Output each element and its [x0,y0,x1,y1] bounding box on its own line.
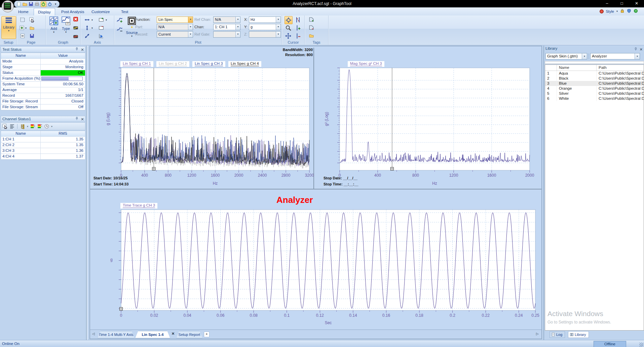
tab-post-analysis[interactable]: Post Analysis [57,8,88,15]
dropdown-z[interactable]: ▾ [249,31,281,38]
chevron-down-icon[interactable]: ▾ [25,27,27,30]
axis-auto-icon[interactable] [99,33,104,39]
tab-display[interactable]: Display [34,8,55,16]
scroll-right-icon[interactable]: ▷ [536,332,539,336]
table-row[interactable]: StatusOK [1,70,85,76]
dropdown-part[interactable]: N/A▾ [157,24,193,30]
table-row[interactable]: StageMonitoring [1,64,85,70]
library-scroll-sliver[interactable] [545,61,644,64]
cursor-add-icon[interactable] [295,25,301,31]
plot-area-lin-spec-overlay[interactable] [118,68,310,175]
table-row[interactable]: 2:CH 21.35 [1,142,85,148]
meter-limits-icon[interactable] [30,124,35,129]
pointer-icon[interactable] [29,17,35,23]
app-logo-icon[interactable] [2,0,14,12]
add-page-tab-button[interactable]: + [204,332,210,337]
chevron-down-icon[interactable]: ▾ [91,27,93,30]
panel-tab-library[interactable]: Library [568,331,589,338]
open-page-icon[interactable] [29,25,35,31]
tag-add-icon[interactable] [309,17,314,22]
pin-icon[interactable] [634,47,638,52]
save-icon[interactable] [29,2,34,7]
axis-free-icon[interactable] [84,33,90,39]
library-row[interactable]: 6WhiteC:\Users\Public\Spectral D [545,96,644,101]
chevron-down-icon[interactable]: ▾ [91,18,93,21]
align-list-icon[interactable] [9,124,15,129]
chevron-down-icon[interactable]: ▾ [276,32,280,37]
table-row[interactable]: 3:CH 31.36 [1,148,85,154]
style-selector[interactable]: Style [606,9,614,13]
remove-page-icon[interactable] [20,33,26,39]
legend-lin-spec-overlay-3[interactable]: Lin Spec g CH 4 [228,61,261,67]
table-row[interactable]: File Storage: RecordClosed [1,99,85,104]
crosshair-icon[interactable] [286,17,292,23]
table-row[interactable]: Frame Acquisition (%) [1,76,85,82]
close-page-icon[interactable]: ✕ [172,332,175,336]
table-row[interactable]: Record1667/1667 [1,93,85,99]
legend-lin-spec-overlay-2[interactable]: Lin Spec g CH 3 [192,61,225,67]
maximize-button[interactable]: □ [614,0,629,7]
band-red-icon[interactable] [73,34,78,39]
pin-icon[interactable] [75,117,79,122]
tag-remove-icon[interactable] [308,24,315,31]
cursor-remove-icon[interactable] [294,32,302,40]
magnifier-icon[interactable] [285,25,291,31]
mini-chart-add-icon[interactable] [116,16,123,23]
save-page-icon[interactable] [29,33,35,39]
cursor-remove-icon[interactable] [295,33,301,39]
open-folder-icon[interactable] [308,32,315,39]
minimize-button[interactable]: – [600,0,614,7]
dropdown-refchan[interactable]: N/A▾ [213,16,240,23]
tab-test[interactable]: Test [117,8,132,15]
legend-mag-spec-ch3-0[interactable]: Mag Spec g² CH 3 [348,61,384,67]
magnifier-icon[interactable] [285,24,292,32]
pin-icon[interactable] [75,47,79,53]
zoom-in-icon[interactable] [99,17,104,23]
library-button[interactable]: Library▾ [1,16,16,39]
library-row[interactable]: 2BlackC:\Users\Public\Spectral D [545,76,644,81]
dropdown-function[interactable]: Lin Spec▾ [157,16,193,23]
axis-auto-icon[interactable] [98,33,104,39]
mini-chart-ref-icon[interactable] [116,26,123,32]
save-page-icon[interactable] [30,34,34,38]
chevron-down-icon[interactable]: ▾ [188,32,193,37]
page-tab-time-1-4-multi-y-axis[interactable]: Time 1-4 Multi-Y Axis [98,331,135,338]
chevron-down-icon[interactable]: ▾ [188,24,193,30]
table-row[interactable]: System Time00:06:56.50 [1,82,85,87]
zoom-out-icon[interactable] [99,25,104,31]
pan-icon[interactable] [285,32,292,40]
tab-customize[interactable]: Customize [87,8,114,15]
graph-type-button[interactable]: TType▾ [60,16,72,41]
shield-icon[interactable] [627,9,631,14]
print-icon[interactable] [35,2,40,7]
legend-lin-spec-overlay-1[interactable]: Lin Spec g CH 2 [156,61,189,67]
mini-chart-ref-icon[interactable] [117,26,123,32]
table-row[interactable]: File Storage: StreamOff [1,104,85,110]
delete-x-icon[interactable] [73,16,78,22]
axis-y-icon[interactable] [84,25,90,31]
pan-icon[interactable] [285,33,291,39]
dropdown-refgate[interactable]: ▾ [213,31,240,38]
clock-icon[interactable] [44,124,49,129]
cursor-pair-icon[interactable] [295,17,301,23]
tag-remove-icon[interactable] [309,25,314,30]
chevron-down-icon[interactable]: ▾ [235,32,240,37]
chevron-down-icon[interactable]: ▾ [276,17,280,23]
library-skin-dropdown[interactable]: Analyzer▾ [590,53,640,59]
axis-x-icon[interactable] [84,17,90,23]
library-row[interactable]: 1AquaC:\Users\Public\Spectral D [545,71,644,76]
panel-tab-log[interactable]: Log [550,331,565,338]
meter-alarm-icon[interactable] [37,124,42,129]
chevron-down-icon[interactable]: ▾ [106,18,107,21]
axis-free-icon[interactable] [84,33,90,39]
remove-page-icon[interactable] [20,33,25,39]
power-off-icon[interactable] [47,2,52,7]
axis-x-icon[interactable] [84,17,90,23]
add-graph-button[interactable]: Add▾ [48,16,60,41]
dropdown-y[interactable]: g▾ [249,24,281,30]
table-row[interactable]: Average1/1 [1,87,85,93]
cursor-pair-icon[interactable] [294,16,302,24]
page-setup-icon[interactable] [20,17,26,23]
help-icon[interactable]: ? [634,9,638,14]
page-setup-icon[interactable] [20,17,25,23]
